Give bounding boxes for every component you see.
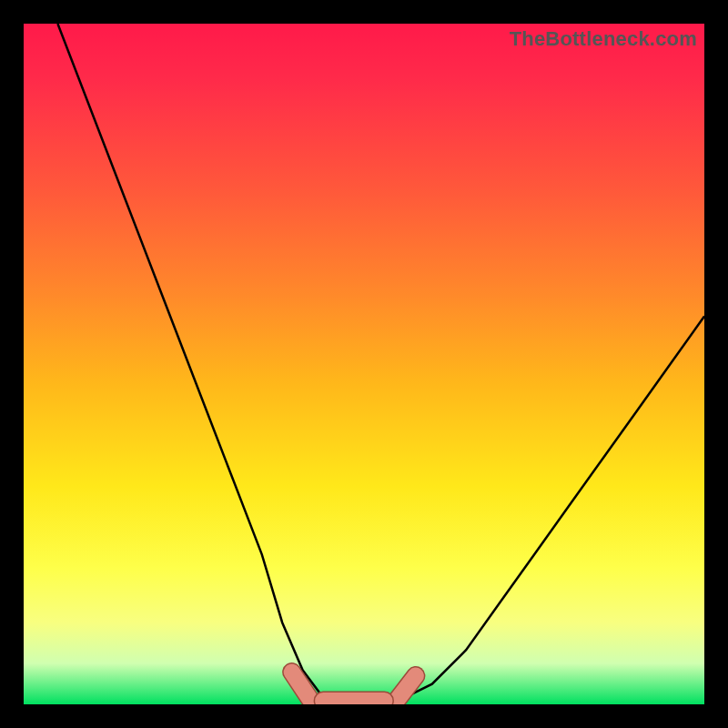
marker-right — [398, 676, 416, 700]
curve-group — [57, 24, 704, 704]
bottleneck-curve — [57, 24, 704, 704]
markers-group — [292, 672, 416, 701]
plot-area: TheBottleneck.com — [24, 24, 704, 704]
chart-svg — [24, 24, 704, 704]
chart-frame: TheBottleneck.com — [0, 0, 728, 728]
